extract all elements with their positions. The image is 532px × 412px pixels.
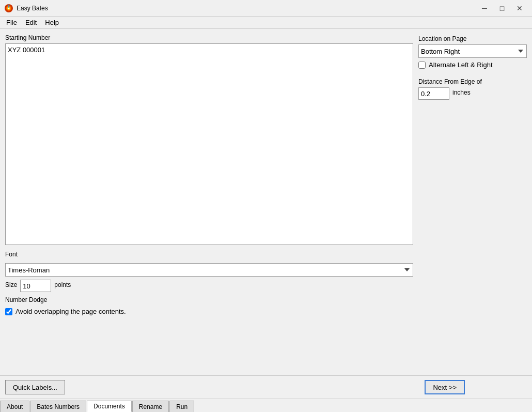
- location-dropdown[interactable]: Bottom Right Bottom Left Top Right Top L…: [418, 44, 527, 58]
- alternate-row: Alternate Left & Right: [418, 61, 527, 69]
- menu-file[interactable]: File: [2, 18, 21, 27]
- close-button[interactable]: ✕: [511, 3, 528, 14]
- maximize-button[interactable]: □: [494, 3, 510, 14]
- main-content: Starting Number XYZ 000001 Font Times-Ro…: [0, 29, 532, 375]
- bottom-buttons: Quick Labels... Next >>: [0, 375, 532, 399]
- tab-bar: About Bates Numbers Documents Rename Run: [0, 399, 532, 412]
- font-section: Font Times-Roman Arial Helvetica Courier…: [5, 251, 413, 292]
- distance-label: Distance From Edge of: [418, 78, 527, 85]
- menu-bar: File Edit Help: [0, 17, 532, 29]
- distance-input[interactable]: [418, 87, 449, 100]
- tab-bates-numbers[interactable]: Bates Numbers: [30, 401, 86, 412]
- distance-section: Distance From Edge of inches: [418, 78, 527, 100]
- alternate-label[interactable]: Alternate Left & Right: [429, 61, 493, 69]
- size-unit: points: [54, 281, 71, 288]
- starting-number-section: Starting Number XYZ 000001: [5, 34, 413, 247]
- menu-edit[interactable]: Edit: [21, 18, 41, 27]
- size-input[interactable]: [20, 280, 51, 292]
- font-select[interactable]: Times-Roman Arial Helvetica Courier: [5, 263, 413, 277]
- title-bar: Easy Bates ─ □ ✕: [0, 0, 532, 17]
- quick-labels-button[interactable]: Quick Labels...: [5, 380, 65, 394]
- distance-unit: inches: [452, 89, 471, 96]
- font-label: Font: [5, 251, 413, 258]
- avoid-overlap-checkbox[interactable]: [5, 308, 12, 315]
- number-dodge-section: Number Dodge Avoid overlapping the page …: [5, 296, 413, 315]
- starting-number-textarea[interactable]: XYZ 000001: [5, 43, 413, 245]
- distance-row: inches: [418, 87, 527, 100]
- size-label: Size: [5, 281, 17, 288]
- menu-help[interactable]: Help: [41, 18, 63, 27]
- left-panel: Starting Number XYZ 000001 Font Times-Ro…: [5, 34, 413, 370]
- window-title: Easy Bates: [17, 5, 476, 12]
- right-panel: Location on Page Bottom Right Bottom Lef…: [418, 34, 527, 370]
- size-row: Size points: [5, 280, 413, 292]
- avoid-overlap-row: Avoid overlapping the page contents.: [5, 308, 413, 315]
- window-controls: ─ □ ✕: [476, 3, 528, 14]
- app-icon: [4, 4, 13, 13]
- tab-rename[interactable]: Rename: [132, 401, 169, 412]
- location-section: Location on Page Bottom Right Bottom Lef…: [418, 35, 527, 69]
- location-dropdown-wrapper: Bottom Right Bottom Left Top Right Top L…: [418, 44, 527, 58]
- avoid-overlap-label[interactable]: Avoid overlapping the page contents.: [15, 308, 126, 315]
- tab-run[interactable]: Run: [169, 401, 194, 412]
- next-button[interactable]: Next >>: [425, 380, 465, 394]
- starting-number-label: Starting Number: [5, 34, 413, 41]
- alternate-checkbox[interactable]: [418, 62, 426, 69]
- tab-about[interactable]: About: [0, 401, 29, 412]
- location-label: Location on Page: [418, 35, 527, 42]
- minimize-button[interactable]: ─: [476, 3, 493, 14]
- number-dodge-label: Number Dodge: [5, 296, 413, 303]
- tab-documents[interactable]: Documents: [87, 401, 132, 412]
